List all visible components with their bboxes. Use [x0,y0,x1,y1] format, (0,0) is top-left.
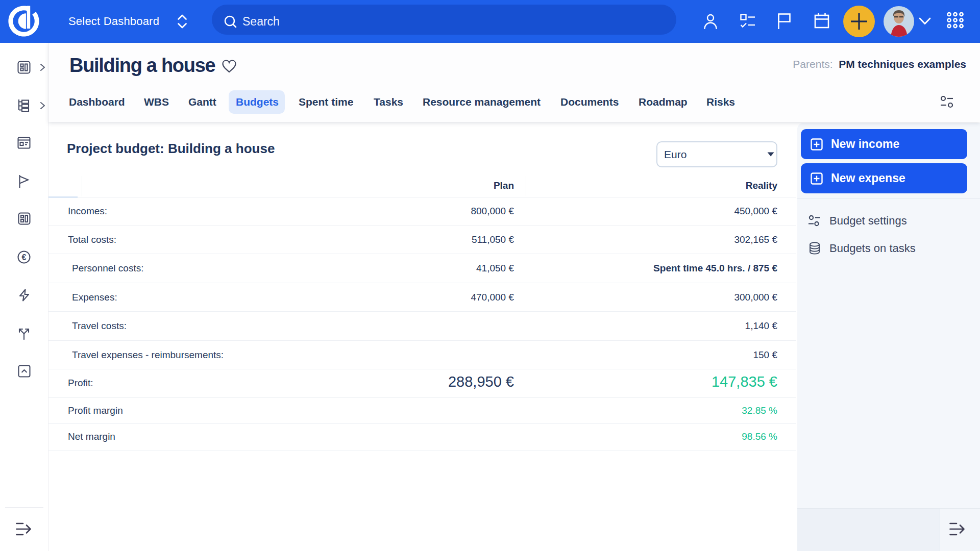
svg-text:€: € [22,253,27,262]
